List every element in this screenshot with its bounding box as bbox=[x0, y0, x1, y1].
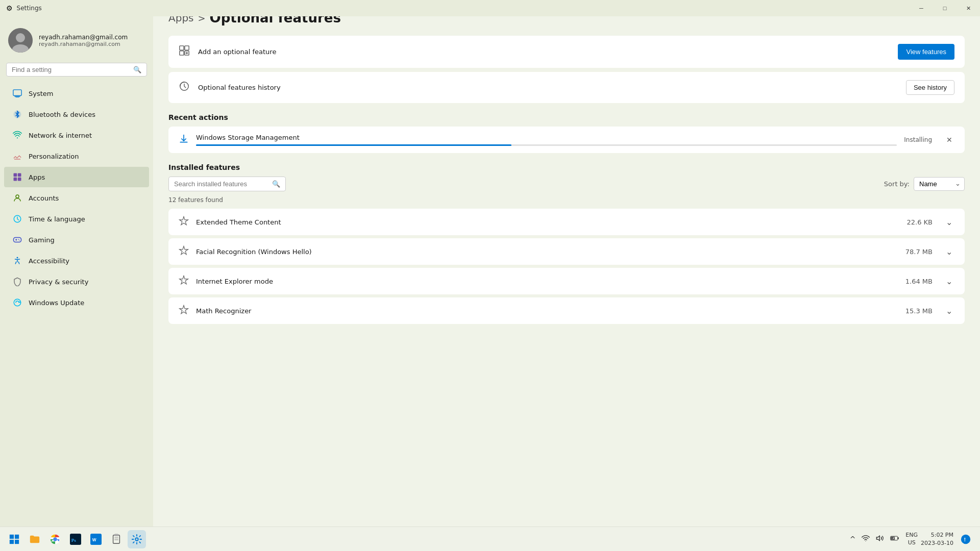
task-settings-button[interactable] bbox=[128, 530, 146, 548]
sidebar-item-personalization[interactable]: Personalization bbox=[4, 146, 149, 166]
feature-icon-0 bbox=[179, 216, 189, 228]
recent-item: Windows Storage Management Installing ✕ bbox=[179, 134, 954, 146]
search-input[interactable] bbox=[12, 66, 129, 73]
svg-point-18 bbox=[18, 239, 19, 240]
features-count: 12 features found bbox=[168, 196, 965, 204]
minimize-button[interactable]: ─ bbox=[910, 0, 933, 16]
taskbar-right: ^ bbox=[848, 530, 975, 548]
search-container: 🔍 bbox=[0, 61, 153, 83]
expand-feature-3[interactable]: ⌄ bbox=[944, 305, 954, 317]
expand-feature-0[interactable]: ⌄ bbox=[944, 216, 954, 228]
sidebar-item-apps[interactable]: Apps bbox=[4, 167, 149, 187]
feature-size-2: 1.64 MB bbox=[905, 278, 933, 285]
feature-size-1: 78.7 MB bbox=[905, 248, 933, 256]
sidebar-item-label-gaming: Gaming bbox=[29, 236, 55, 244]
svg-rect-24 bbox=[180, 51, 184, 55]
view-features-button[interactable]: View features bbox=[898, 44, 954, 60]
add-feature-card: Add an optional feature View features bbox=[168, 36, 965, 68]
svg-point-44 bbox=[135, 538, 138, 541]
sort-container: Sort by: Name Size bbox=[884, 177, 965, 191]
svg-rect-30 bbox=[10, 534, 14, 538]
avatar bbox=[8, 28, 33, 53]
svg-point-21 bbox=[14, 299, 21, 306]
sidebar-item-system[interactable]: System bbox=[4, 83, 149, 104]
sidebar-item-label-apps: Apps bbox=[29, 173, 45, 181]
task-icon-5[interactable] bbox=[107, 530, 126, 548]
photoshop-button[interactable]: Ps bbox=[66, 530, 85, 548]
svg-point-1 bbox=[16, 33, 25, 42]
tray-chevron[interactable]: ^ bbox=[848, 533, 858, 545]
sidebar-item-bluetooth[interactable]: Bluetooth & devices bbox=[4, 104, 149, 124]
svg-rect-22 bbox=[180, 46, 184, 50]
sidebar-nav: System Bluetooth & devices Network & i bbox=[0, 83, 153, 313]
sidebar-item-accessibility[interactable]: Accessibility bbox=[4, 251, 149, 271]
accessibility-icon bbox=[12, 256, 22, 266]
sidebar-item-accounts[interactable]: Accounts bbox=[4, 188, 149, 208]
battery-icon[interactable] bbox=[888, 532, 901, 546]
progress-bar bbox=[196, 144, 511, 146]
search-features-box[interactable]: 🔍 bbox=[168, 177, 286, 191]
see-history-button[interactable]: See history bbox=[906, 80, 954, 95]
svg-rect-9 bbox=[14, 173, 17, 177]
chrome-button[interactable] bbox=[46, 530, 64, 548]
sidebar-item-label-update: Windows Update bbox=[29, 299, 84, 307]
expand-feature-2[interactable]: ⌄ bbox=[944, 276, 954, 287]
privacy-icon bbox=[12, 277, 22, 287]
bluetooth-icon bbox=[12, 109, 22, 119]
sidebar-item-gaming[interactable]: Gaming bbox=[4, 230, 149, 250]
taskbar-time[interactable]: 5:02 PM 2023-03-10 bbox=[921, 531, 953, 547]
svg-rect-33 bbox=[15, 539, 19, 543]
start-button[interactable] bbox=[5, 530, 23, 548]
network-icon bbox=[12, 130, 22, 140]
window-title: Settings bbox=[17, 5, 42, 12]
expand-feature-1[interactable]: ⌄ bbox=[944, 246, 954, 258]
language-display[interactable]: ENG US bbox=[905, 532, 918, 546]
search-box[interactable]: 🔍 bbox=[6, 63, 147, 77]
task-icon-4[interactable]: W bbox=[87, 530, 105, 548]
search-features-input[interactable] bbox=[174, 180, 268, 188]
recent-actions-title: Recent actions bbox=[168, 113, 965, 121]
sidebar: ← Settings reyadh.rahaman@gmail.com reya… bbox=[0, 0, 153, 527]
close-button[interactable]: ✕ bbox=[957, 0, 980, 16]
time-display: 5:02 PM bbox=[921, 531, 953, 539]
download-icon bbox=[179, 134, 189, 146]
installed-features-section: Installed features 🔍 Sort by: Name Size … bbox=[168, 163, 965, 324]
language-code: ENG bbox=[905, 532, 918, 539]
feature-size-3: 15.3 MB bbox=[905, 307, 933, 315]
taskbar: Ps W ^ bbox=[0, 527, 980, 551]
sort-select[interactable]: Name Size bbox=[914, 177, 965, 191]
sidebar-item-privacy[interactable]: Privacy & security bbox=[4, 271, 149, 292]
features-history-card: Optional features history See history bbox=[168, 72, 965, 103]
file-explorer-button[interactable] bbox=[26, 530, 44, 548]
user-info: reyadh.rahaman@gmail.com reyadh.rahaman@… bbox=[39, 34, 128, 47]
sort-wrapper[interactable]: Name Size bbox=[914, 177, 965, 191]
sidebar-item-network[interactable]: Network & internet bbox=[4, 125, 149, 145]
sidebar-item-time[interactable]: Time & language bbox=[4, 209, 149, 229]
svg-point-20 bbox=[17, 257, 18, 259]
feature-item-0: Extended Theme Content 22.6 KB ⌄ bbox=[168, 209, 965, 235]
feature-icon-3 bbox=[179, 305, 189, 317]
svg-rect-40 bbox=[113, 535, 120, 543]
title-bar: ⚙️ Settings ─ □ ✕ bbox=[0, 0, 980, 16]
main-content: Apps > Optional features Add an optional… bbox=[153, 0, 980, 527]
volume-icon[interactable] bbox=[874, 532, 886, 546]
svg-point-19 bbox=[19, 240, 20, 241]
system-icon bbox=[12, 88, 22, 98]
sidebar-item-label-accounts: Accounts bbox=[29, 194, 59, 202]
accounts-icon bbox=[12, 193, 22, 203]
maximize-button[interactable]: □ bbox=[933, 0, 957, 16]
recent-info: Windows Storage Management bbox=[196, 134, 897, 146]
wifi-icon[interactable] bbox=[860, 532, 872, 546]
time-icon bbox=[12, 214, 22, 224]
cancel-install-button[interactable]: ✕ bbox=[944, 134, 954, 146]
svg-rect-31 bbox=[15, 534, 19, 538]
sidebar-item-update[interactable]: Windows Update bbox=[4, 292, 149, 313]
sidebar-item-label-accessibility: Accessibility bbox=[29, 257, 69, 265]
feature-size-0: 22.6 KB bbox=[906, 218, 933, 226]
notifications-button[interactable]: ! bbox=[957, 530, 975, 548]
sidebar-item-label-bluetooth: Bluetooth & devices bbox=[29, 111, 95, 118]
sidebar-item-label-network: Network & internet bbox=[29, 132, 92, 139]
feature-name-3: Math Recognizer bbox=[196, 307, 898, 315]
svg-rect-23 bbox=[185, 46, 189, 50]
svg-text:Ps: Ps bbox=[71, 537, 77, 542]
